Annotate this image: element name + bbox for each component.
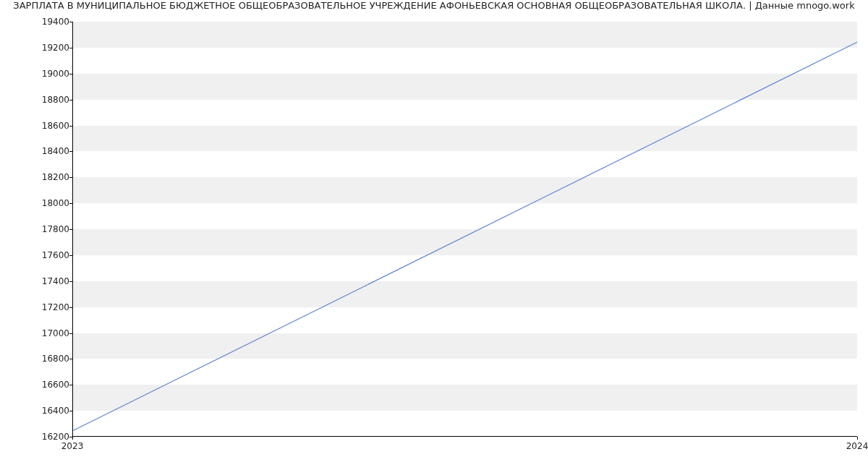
y-tick-label: 17000 <box>26 328 69 338</box>
y-tick-mark <box>69 411 72 411</box>
y-tick-mark <box>69 151 72 152</box>
y-tick-label: 19200 <box>26 43 69 53</box>
y-tick-label: 18400 <box>26 146 69 156</box>
plot-area <box>72 22 857 437</box>
line-layer <box>73 22 857 436</box>
y-tick-label: 17400 <box>26 276 69 286</box>
chart-container: ЗАРПЛАТА В МУНИЦИПАЛЬНОЕ БЮДЖЕТНОЕ ОБЩЕО… <box>0 0 868 470</box>
series-line <box>73 42 857 430</box>
y-tick-label: 16800 <box>26 354 69 364</box>
y-tick-mark <box>69 126 72 127</box>
y-tick-label: 17600 <box>26 250 69 260</box>
y-tick-label: 18000 <box>26 198 69 208</box>
y-tick-mark <box>69 255 72 256</box>
y-tick-mark <box>69 100 72 101</box>
x-tick-label: 2023 <box>61 441 84 451</box>
y-tick-mark <box>69 281 72 282</box>
chart-title: ЗАРПЛАТА В МУНИЦИПАЛЬНОЕ БЮДЖЕТНОЕ ОБЩЕО… <box>0 0 868 11</box>
y-tick-label: 17800 <box>26 224 69 234</box>
y-tick-label: 18800 <box>26 95 69 105</box>
y-tick-label: 16200 <box>26 432 69 442</box>
y-tick-label: 19400 <box>26 17 69 27</box>
y-tick-label: 16400 <box>26 406 69 416</box>
y-tick-mark <box>69 307 72 308</box>
y-tick-mark <box>69 177 72 178</box>
y-tick-label: 16600 <box>26 380 69 390</box>
y-tick-label: 18600 <box>26 121 69 131</box>
x-tick-mark <box>72 437 73 440</box>
y-tick-mark <box>69 385 72 385</box>
y-tick-label: 17200 <box>26 302 69 312</box>
x-tick-label: 2024 <box>846 441 868 451</box>
y-tick-mark <box>69 22 72 22</box>
y-tick-label: 18200 <box>26 172 69 182</box>
y-tick-mark <box>69 48 72 48</box>
y-tick-mark <box>69 74 72 74</box>
y-tick-mark <box>69 359 72 359</box>
y-tick-mark <box>69 333 72 334</box>
x-tick-mark <box>857 437 858 440</box>
y-tick-mark <box>69 203 72 204</box>
y-tick-mark <box>69 229 72 230</box>
y-tick-label: 19000 <box>26 69 69 79</box>
